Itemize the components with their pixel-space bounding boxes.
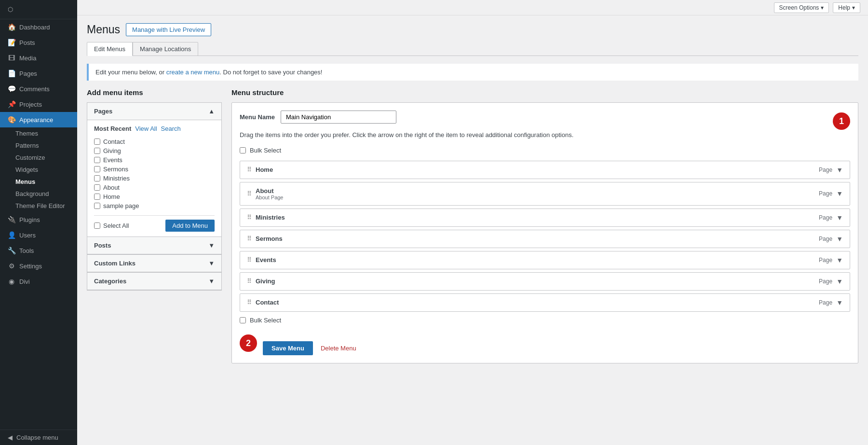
page-giving-checkbox[interactable]: [94, 148, 100, 154]
settings-icon: ⚙: [8, 262, 15, 270]
pages-accordion-label: Pages: [94, 108, 112, 115]
menu-item-about[interactable]: ⠿ About About Page Page ▼: [240, 182, 850, 206]
pages-view-all-tab[interactable]: View All: [135, 125, 157, 132]
sidebar-item-divi[interactable]: ◉ Divi: [0, 274, 77, 289]
sidebar-item-label: Comments: [19, 85, 50, 93]
menu-item-contact[interactable]: ⠿ Contact Page ▼: [240, 293, 850, 312]
pages-accordion-footer: Select All Add to Menu: [94, 215, 215, 232]
page-ministries-label: Ministries: [103, 175, 130, 182]
sidebar-item-dashboard[interactable]: 🏠 Dashboard: [0, 19, 77, 35]
notice-bar: Edit your menu below, or create a new me…: [87, 64, 858, 81]
drag-handle-icon: ⠿: [247, 190, 252, 197]
notice-text: Edit your menu below, or: [95, 69, 166, 76]
appearance-sub-items: Themes Patterns Customize Widgets Menus …: [0, 127, 77, 212]
menu-item-about-type: Page: [819, 190, 832, 197]
collapse-label: Collapse menu: [16, 434, 58, 441]
sidebar-item-media[interactable]: 🎞 Media: [0, 50, 77, 66]
page-sermons-label: Sermons: [103, 166, 128, 173]
content-area: Menus Manage with Live Preview Edit Menu…: [77, 15, 868, 445]
create-new-menu-link[interactable]: create a new menu: [166, 69, 220, 76]
sidebar-item-background[interactable]: Background: [0, 188, 77, 200]
sidebar-item-users[interactable]: 👤 Users: [0, 227, 77, 243]
custom-links-accordion-label: Custom Links: [94, 260, 136, 267]
pages-accordion: Pages ▲ Most Recent View All Search C: [87, 102, 222, 237]
categories-accordion-header[interactable]: Categories ▼: [87, 273, 221, 290]
select-all-checkbox[interactable]: [94, 222, 100, 229]
pages-tab-links: Most Recent View All Search: [94, 125, 215, 132]
menu-name-input[interactable]: [281, 111, 396, 124]
menu-item-about-arrow[interactable]: ▼: [836, 190, 843, 197]
posts-accordion-label: Posts: [94, 242, 111, 249]
list-item: Home: [94, 192, 215, 201]
sidebar-item-posts[interactable]: 📝 Posts: [0, 35, 77, 50]
posts-icon: 📝: [8, 39, 15, 46]
sidebar: ⬡ 🏠 Dashboard 📝 Posts 🎞 Media 📄 Pages 💬 …: [0, 0, 77, 445]
sidebar-item-themes[interactable]: Themes: [0, 127, 77, 139]
tab-edit-menus[interactable]: Edit Menus: [87, 42, 133, 56]
pages-search-tab[interactable]: Search: [161, 125, 181, 132]
custom-links-accordion-header[interactable]: Custom Links ▼: [87, 255, 221, 272]
menu-item-home-arrow[interactable]: ▼: [836, 166, 843, 174]
menu-item-about-label: About: [256, 187, 274, 195]
users-icon: 👤: [8, 231, 15, 239]
screen-options-button[interactable]: Screen Options ▾: [774, 2, 829, 13]
sidebar-item-projects[interactable]: 📌 Projects: [0, 97, 77, 112]
page-about-checkbox[interactable]: [94, 184, 100, 191]
menu-item-sermons[interactable]: ⠿ Sermons Page ▼: [240, 230, 850, 248]
menu-item-events[interactable]: ⠿ Events Page ▼: [240, 251, 850, 269]
sidebar-item-widgets[interactable]: Widgets: [0, 164, 77, 176]
sidebar-item-theme-file-editor[interactable]: Theme File Editor: [0, 200, 77, 212]
bulk-select-bottom-row: Bulk Select: [240, 317, 850, 324]
menu-item-home[interactable]: ⠿ Home Page ▼: [240, 161, 850, 179]
page-sample-label: sample page: [103, 202, 139, 209]
add-to-menu-button[interactable]: Add to Menu: [165, 220, 215, 232]
menu-item-ministries-arrow[interactable]: ▼: [836, 214, 843, 222]
sidebar-item-tools[interactable]: 🔧 Tools: [0, 243, 77, 258]
sidebar-item-pages[interactable]: 📄 Pages: [0, 66, 77, 81]
save-area: Save Menu Delete Menu: [263, 341, 356, 355]
page-giving-label: Giving: [103, 147, 121, 154]
page-contact-checkbox[interactable]: [94, 139, 100, 145]
sidebar-item-patterns[interactable]: Patterns: [0, 139, 77, 152]
pages-accordion-header[interactable]: Pages ▲: [87, 103, 221, 120]
page-home-checkbox[interactable]: [94, 194, 100, 200]
projects-icon: 📌: [8, 100, 15, 108]
help-chevron-icon: ▾: [852, 4, 855, 11]
two-col-layout: Add menu items Pages ▲ Most Recent View …: [87, 88, 858, 363]
menu-item-ministries-label: Ministries: [256, 214, 285, 221]
bulk-select-bottom-checkbox[interactable]: [240, 317, 246, 323]
pages-most-recent-tab[interactable]: Most Recent: [94, 125, 131, 132]
sidebar-item-menus[interactable]: Menus: [0, 176, 77, 188]
bulk-select-top-checkbox[interactable]: [240, 147, 246, 153]
menu-item-home-type: Page: [819, 167, 832, 173]
menu-item-giving-arrow[interactable]: ▼: [836, 278, 843, 285]
page-events-checkbox[interactable]: [94, 157, 100, 163]
list-item: Contact: [94, 137, 215, 146]
sidebar-item-customize[interactable]: Customize: [0, 152, 77, 164]
delete-menu-link[interactable]: Delete Menu: [321, 345, 356, 352]
page-ministries-checkbox[interactable]: [94, 175, 100, 181]
sidebar-item-plugins[interactable]: 🔌 Plugins: [0, 212, 77, 227]
tab-manage-locations[interactable]: Manage Locations: [133, 42, 198, 56]
page-title: Menus: [87, 23, 120, 36]
screen-options-chevron-icon: ▾: [821, 4, 824, 11]
posts-accordion-header[interactable]: Posts ▼: [87, 237, 221, 254]
sidebar-item-comments[interactable]: 💬 Comments: [0, 81, 77, 97]
sidebar-item-appearance[interactable]: 🎨 Appearance: [0, 112, 77, 127]
wp-logo-icon: ⬡: [8, 6, 13, 13]
collapse-menu-button[interactable]: ◀ Collapse menu: [0, 430, 77, 445]
screen-options-label: Screen Options: [779, 4, 819, 11]
help-button[interactable]: Help ▾: [833, 2, 860, 13]
page-sample-checkbox[interactable]: [94, 203, 100, 209]
menu-item-ministries[interactable]: ⠿ Ministries Page ▼: [240, 209, 850, 227]
live-preview-button[interactable]: Manage with Live Preview: [126, 23, 211, 36]
menu-item-giving[interactable]: ⠿ Giving Page ▼: [240, 272, 850, 291]
menu-item-events-arrow[interactable]: ▼: [836, 256, 843, 264]
sidebar-item-settings[interactable]: ⚙ Settings: [0, 258, 77, 274]
menu-item-contact-arrow[interactable]: ▼: [836, 299, 843, 306]
menu-structure-title: Menu structure: [231, 88, 858, 97]
save-menu-button[interactable]: Save Menu: [263, 341, 313, 355]
menu-item-sermons-arrow[interactable]: ▼: [836, 235, 843, 243]
menu-name-row: Menu Name: [240, 111, 829, 124]
page-sermons-checkbox[interactable]: [94, 166, 100, 172]
